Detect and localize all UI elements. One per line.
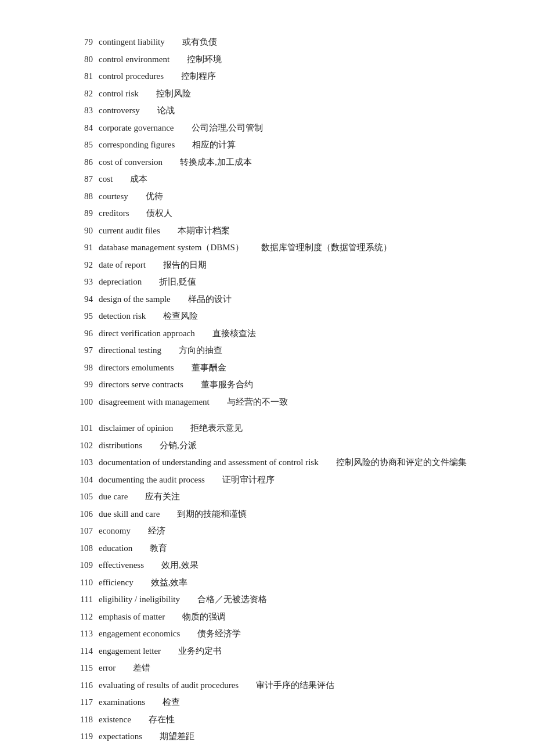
entry-content: emphasis of matter 物质的强调 xyxy=(99,610,488,625)
list-item: 114 engagement letter 业务约定书 xyxy=(70,644,488,659)
entry-number: 99 xyxy=(70,377,99,393)
entry-number: 108 xyxy=(70,541,99,556)
entry-number: 80 xyxy=(70,52,99,67)
list-item: 99 directors serve contracts 董事服务合约 xyxy=(70,377,488,393)
entry-number: 96 xyxy=(70,326,99,341)
list-item: 92 date of report 报告的日期 xyxy=(70,258,488,273)
entry-content: engagement letter 业务约定书 xyxy=(99,644,488,659)
entry-content: detection risk 检查风险 xyxy=(99,309,488,324)
entry-content: disclaimer of opinion 拒绝表示意见 xyxy=(99,421,488,436)
entry-content: existence 存在性 xyxy=(99,712,488,728)
entry-content: contingent liability 或有负债 xyxy=(99,35,488,50)
entry-content: disagreement with management 与经营的不一致 xyxy=(99,395,488,410)
entry-number: 88 xyxy=(70,189,99,204)
entry-number: 103 xyxy=(70,455,99,470)
entry-number: 102 xyxy=(70,438,99,453)
list-item: 91 database management system（DBMS） 数据库管… xyxy=(70,240,488,255)
entry-content: courtesy 优待 xyxy=(99,189,488,204)
list-item: 82 control risk 控制风险 xyxy=(70,87,488,102)
list-item: 98 directors emoluments 董事酬金 xyxy=(70,361,488,376)
entry-number: 86 xyxy=(70,155,99,170)
entry-number: 85 xyxy=(70,138,99,153)
list-item: 93 depreciation 折旧,贬值 xyxy=(70,275,488,290)
list-item: 104 documenting the audit process 证明审计程序 xyxy=(70,473,488,488)
entry-number: 89 xyxy=(70,206,99,221)
entry-content: directional testing 方向的抽查 xyxy=(99,343,488,358)
entry-content: efficiency 效益,效率 xyxy=(99,575,488,591)
entry-content: distributions 分销,分派 xyxy=(99,438,488,453)
entry-number: 82 xyxy=(70,87,99,102)
entry-number: 84 xyxy=(70,121,99,136)
entry-content: creditors 债权人 xyxy=(99,206,488,221)
entry-number: 81 xyxy=(70,69,99,84)
entry-content: education 教育 xyxy=(99,541,488,556)
entry-content: documenting the audit process 证明审计程序 xyxy=(99,473,488,488)
list-item: 95 detection risk 检查风险 xyxy=(70,309,488,324)
entry-content: direct verification approach 直接核查法 xyxy=(99,326,488,341)
entry-content: economy 经济 xyxy=(99,524,488,539)
list-item: 106 due skill and care 到期的技能和谨慎 xyxy=(70,507,488,522)
entry-content: effectiveness 效用,效果 xyxy=(99,558,488,573)
entry-content: control environment 控制环境 xyxy=(99,52,488,67)
entry-number: 105 xyxy=(70,489,99,505)
entry-number: 92 xyxy=(70,258,99,273)
list-item: 109 effectiveness 效用,效果 xyxy=(70,558,488,573)
list-item: 89 creditors 债权人 xyxy=(70,206,488,221)
entry-number: 117 xyxy=(70,695,99,710)
entry-content: evaluating of results of audit procedure… xyxy=(99,678,488,693)
entry-content: examinations 检查 xyxy=(99,695,488,710)
list-item: 102 distributions 分销,分派 xyxy=(70,438,488,453)
entry-number: 95 xyxy=(70,309,99,324)
list-item: 94 design of the sample 样品的设计 xyxy=(70,292,488,307)
list-item: 83 controversy 论战 xyxy=(70,103,488,118)
entry-number: 94 xyxy=(70,292,99,307)
entry-number: 113 xyxy=(70,627,99,642)
list-item: 85 corresponding figures 相应的计算 xyxy=(70,138,488,153)
entry-content: engagement economics 债务经济学 xyxy=(99,627,488,642)
list-item: 103 documentation of understanding and a… xyxy=(70,455,488,470)
entry-number: 90 xyxy=(70,224,99,239)
list-item: 96 direct verification approach 直接核查法 xyxy=(70,326,488,341)
entry-content: cost of conversion 转换成本,加工成本 xyxy=(99,155,488,170)
entry-content: corresponding figures 相应的计算 xyxy=(99,138,488,153)
list-item: 84 corporate governance 公司治理,公司管制 xyxy=(70,121,488,136)
entry-number: 119 xyxy=(70,729,99,744)
entry-content: expectations 期望差距 xyxy=(99,729,488,744)
entry-number: 118 xyxy=(70,712,99,728)
list-item: 87 cost 成本 xyxy=(70,172,488,187)
list-item: 119 expectations 期望差距 xyxy=(70,729,488,744)
entry-number: 114 xyxy=(70,644,99,659)
list-item: 113 engagement economics 债务经济学 xyxy=(70,627,488,642)
list-item: 79 contingent liability 或有负债 xyxy=(70,35,488,50)
entry-content: database management system（DBMS） 数据库管理制度… xyxy=(99,240,488,255)
entry-number: 111 xyxy=(70,592,99,607)
entry-number: 112 xyxy=(70,610,99,625)
entry-content: due skill and care 到期的技能和谨慎 xyxy=(99,507,488,522)
list-item: 117 examinations 检查 xyxy=(70,695,488,710)
entry-number: 109 xyxy=(70,558,99,573)
entry-content: due care 应有关注 xyxy=(99,489,488,505)
entry-content: control risk 控制风险 xyxy=(99,87,488,102)
entry-content: eligibility / ineligibility 合格／无被选资格 xyxy=(99,592,488,607)
entry-content: directors emoluments 董事酬金 xyxy=(99,361,488,376)
entry-content: cost 成本 xyxy=(99,172,488,187)
entry-content: current audit files 本期审计档案 xyxy=(99,224,488,239)
entry-number: 87 xyxy=(70,172,99,187)
list-item: 105 due care 应有关注 xyxy=(70,489,488,505)
list-item: 97 directional testing 方向的抽查 xyxy=(70,343,488,358)
entry-content: documentation of understanding and asses… xyxy=(99,455,488,470)
entry-content: error 差错 xyxy=(99,661,488,676)
list-item: 116 evaluating of results of audit proce… xyxy=(70,678,488,693)
list-item: 86 cost of conversion 转换成本,加工成本 xyxy=(70,155,488,170)
entry-content: date of report 报告的日期 xyxy=(99,258,488,273)
entry-content: directors serve contracts 董事服务合约 xyxy=(99,377,488,393)
entry-number: 83 xyxy=(70,103,99,118)
list-item: 107 economy 经济 xyxy=(70,524,488,539)
section-spacer xyxy=(70,412,488,421)
entry-number: 106 xyxy=(70,507,99,522)
list-item: 88 courtesy 优待 xyxy=(70,189,488,204)
entry-content: corporate governance 公司治理,公司管制 xyxy=(99,121,488,136)
entry-number: 116 xyxy=(70,678,99,693)
list-item: 118 existence 存在性 xyxy=(70,712,488,728)
entry-content: controversy 论战 xyxy=(99,103,488,118)
